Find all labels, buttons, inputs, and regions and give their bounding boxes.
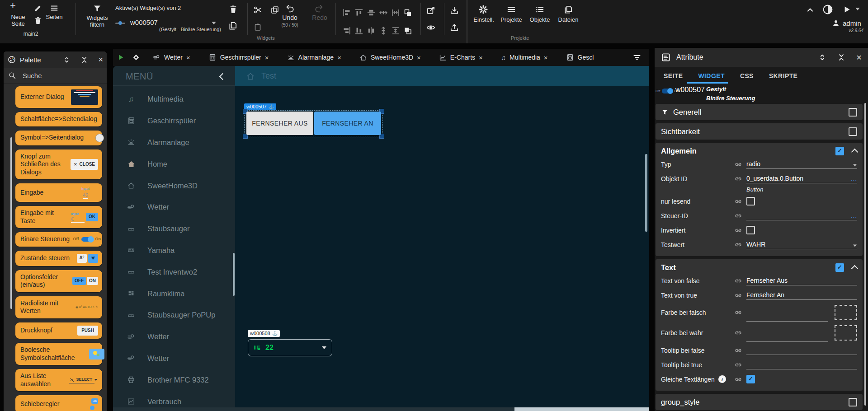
preview-eye-icon[interactable] [426, 23, 436, 33]
tab-echarts[interactable]: E-Charts × [439, 54, 483, 61]
same-width-icon[interactable] [391, 8, 400, 17]
section-checkbox[interactable] [835, 147, 844, 155]
delete-widget-icon[interactable] [228, 5, 238, 14]
tooltip-false-input[interactable] [746, 346, 857, 355]
link-icon[interactable] [734, 346, 742, 355]
section-generell[interactable]: Generell [656, 104, 863, 120]
user-account[interactable]: admin [832, 19, 861, 27]
close-tab-icon[interactable]: × [186, 54, 190, 61]
palette-item[interactable]: Radioliste mit Werten ◉ 8° AUTO ○ ☀ [15, 296, 102, 318]
object-picker-button[interactable]: ... [851, 211, 857, 220]
link-icon[interactable] [734, 197, 742, 206]
pages-button[interactable]: Seiten [45, 14, 63, 20]
close-panel-icon[interactable]: × [856, 53, 862, 62]
palette-item[interactable]: Optionsfelder (ein/aus) OFF ON [15, 270, 102, 292]
link-icon[interactable] [734, 175, 742, 183]
menu-item-wetter2[interactable]: Wetter [113, 326, 235, 348]
link-icon[interactable] [734, 212, 742, 220]
farbe-falsch-input[interactable] [746, 312, 828, 322]
theme-contrast-icon[interactable] [822, 4, 834, 15]
link-icon[interactable] [734, 329, 742, 337]
tab-seite[interactable]: SEITE [664, 72, 683, 79]
paste-icon[interactable] [253, 23, 262, 32]
selected-widget-id[interactable]: w000507 [130, 19, 158, 26]
same-height-icon[interactable] [391, 26, 400, 35]
menu-item-geschirrspueler[interactable]: Geschirrspüler [113, 110, 235, 132]
menu-item-home[interactable]: Home [113, 153, 235, 175]
link-icon[interactable] [734, 361, 742, 369]
link-icon[interactable] [734, 308, 742, 317]
bring-to-front-icon[interactable] [403, 8, 412, 17]
farbe-wahr-input[interactable] [746, 332, 828, 342]
section-checkbox[interactable] [849, 398, 857, 406]
menu-item-yamaha[interactable]: Yamaha [113, 240, 235, 262]
palette-item[interactable]: Boolesche Symbolschaltfläche [15, 343, 102, 365]
objects-list-icon[interactable] [535, 5, 545, 14]
plus-icon[interactable]: + [10, 2, 16, 9]
settings-button[interactable]: Einstell. [470, 16, 497, 23]
section-checkbox[interactable] [835, 263, 844, 272]
palette-item[interactable]: Knopf zum Schließen des Dialogs × CLOSE [15, 149, 102, 180]
align-left-icon[interactable] [342, 8, 351, 17]
palette-item[interactable]: Zustände steuern A° ☀ [15, 251, 102, 266]
copy-icon[interactable] [270, 5, 279, 14]
close-tab-icon[interactable]: × [417, 54, 421, 61]
tv-on-button[interactable]: FERNSEHER AN [314, 112, 381, 135]
send-to-back-icon[interactable] [403, 26, 412, 35]
center-horizontal-icon[interactable] [367, 8, 376, 17]
close-tab-icon[interactable]: × [479, 54, 483, 61]
palette-search[interactable]: Suche [4, 68, 107, 84]
close-tab-icon[interactable]: × [265, 54, 269, 61]
info-icon[interactable]: i [718, 375, 726, 383]
menu-item-staubsauger[interactable]: Staubsauger [113, 218, 235, 240]
section-sichtbarkeit[interactable]: Sichtbarkeit [656, 123, 863, 140]
canvas-vertical-scrollbar[interactable] [645, 154, 647, 232]
menu-item-wetter3[interactable]: Wetter [113, 348, 235, 369]
import-icon[interactable] [449, 5, 459, 15]
section-group-style[interactable]: group_style [656, 394, 863, 410]
align-right-icon[interactable] [342, 26, 351, 35]
projects-menu-icon[interactable] [506, 5, 516, 14]
testwert-select[interactable]: WAHR [746, 240, 857, 249]
run-play-icon[interactable] [842, 5, 852, 14]
section-checkbox[interactable] [849, 127, 857, 136]
object-picker-button[interactable]: ... [851, 174, 857, 183]
filter-widgets-button[interactable]: Widgets filtern [80, 14, 114, 28]
link-icon[interactable] [734, 277, 742, 285]
distribute-horizontal-icon[interactable] [379, 8, 388, 17]
palette-scrollbar[interactable] [10, 137, 12, 309]
redo-icon[interactable] [314, 4, 324, 14]
redo-button[interactable]: Redo [308, 14, 331, 21]
collapse-section-icon[interactable] [851, 265, 859, 272]
collapse-menu-icon[interactable] [219, 73, 226, 80]
close-tab-icon[interactable]: × [337, 54, 341, 61]
collapse-panel-icon[interactable] [837, 53, 845, 61]
widget-tag-w000508[interactable]: w000508 ⚓ [248, 330, 280, 337]
files-button[interactable]: Dateien [555, 16, 582, 23]
tab-skripte[interactable]: SKRIPTE [769, 72, 797, 79]
tab-widget[interactable]: WIDGET [698, 72, 724, 79]
text-von-false-input[interactable]: Fernseher Aus [746, 276, 857, 285]
files-icon[interactable] [563, 5, 573, 14]
menu-item-sweethome3d[interactable]: SweetHome3D [113, 175, 235, 196]
palette-item[interactable]: Schieberegler 36 [15, 395, 102, 411]
palette-item[interactable]: Druckknopf PUSH [15, 322, 102, 339]
align-top-icon[interactable] [354, 8, 363, 17]
text-von-true-input[interactable]: Fernseher An [746, 290, 857, 300]
menu-item-multimedia[interactable]: ♫Multimedia [113, 89, 235, 110]
menu-item-raumklima[interactable]: Raumklima [113, 283, 235, 304]
palette-item[interactable]: Eingabe mit Taste Input € OK [15, 206, 102, 228]
filter-widgets-icon[interactable] [92, 4, 102, 14]
canvas-horizontal-scrollbar[interactable] [113, 407, 649, 411]
vis-diamond-icon[interactable] [131, 52, 141, 62]
tv-off-button[interactable]: FERNSEHER AUS [246, 112, 313, 135]
palette-item[interactable]: Symbol=>Seitendialog [15, 131, 102, 145]
menu-scrollbar[interactable] [233, 253, 235, 296]
link-icon[interactable] [734, 160, 742, 168]
tab-geschirrspueler[interactable]: Geschirrspüler × [208, 53, 269, 61]
tooltip-true-input[interactable] [746, 360, 857, 369]
widget-tag-w000507[interactable]: w000507 ⚓ [244, 103, 276, 110]
nur-lesend-checkbox[interactable] [746, 197, 755, 206]
open-in-new-icon[interactable] [426, 5, 436, 15]
distribute-vertical-icon[interactable] [379, 26, 388, 35]
